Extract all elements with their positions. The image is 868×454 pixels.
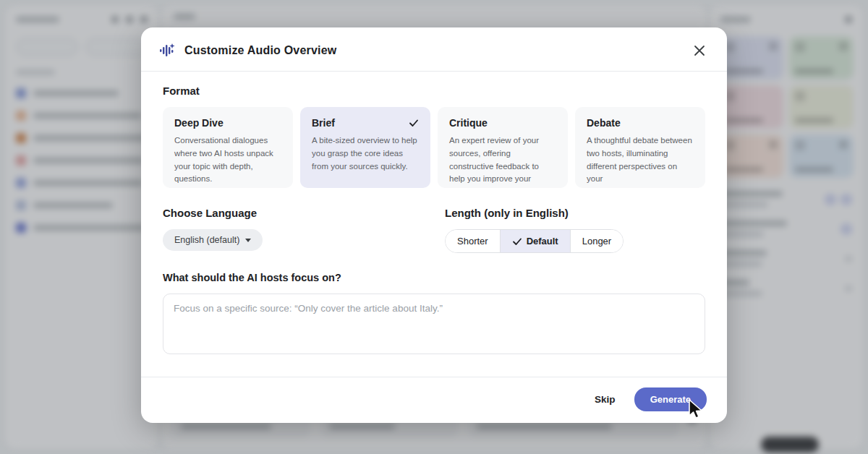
chevron-down-icon: [245, 239, 251, 242]
length-option-label: Shorter: [457, 236, 488, 247]
format-option-description: A bite-sized overview to help you grasp …: [312, 134, 419, 173]
format-option-brief[interactable]: Brief A bite-sized overview to help you …: [300, 107, 430, 188]
format-options: Deep Dive Conversational dialogues where…: [163, 107, 705, 188]
generate-button[interactable]: Generate: [634, 387, 707, 411]
check-icon: [512, 236, 522, 247]
length-option-longer[interactable]: Longer: [570, 230, 623, 252]
format-option-description: An expert review of your sources, offeri…: [449, 134, 556, 188]
focus-heading: What should the AI hosts focus on?: [163, 272, 705, 283]
length-option-label: Longer: [582, 236, 611, 247]
format-option-title: Critique: [449, 117, 488, 129]
dialog-title: Customize Audio Overview: [184, 44, 336, 57]
length-heading: Length (only in English): [445, 207, 624, 219]
format-option-title: Brief: [312, 117, 335, 129]
format-option-title: Debate: [587, 117, 621, 129]
language-select[interactable]: English (default): [163, 229, 263, 251]
length-option-default[interactable]: Default: [500, 230, 570, 252]
customize-audio-overview-dialog: Customize Audio Overview Format Deep Div…: [141, 27, 727, 423]
dialog-header: Customize Audio Overview: [141, 27, 727, 72]
format-heading: Format: [163, 85, 705, 97]
format-option-critique[interactable]: Critique An expert review of your source…: [438, 107, 568, 188]
length-option-label: Default: [527, 236, 558, 247]
close-button[interactable]: [689, 40, 710, 61]
length-segmented-control: Shorter Default Longer: [445, 229, 624, 253]
audio-waveform-sparkle-icon: [158, 42, 176, 59]
close-icon: [694, 45, 705, 56]
format-option-title: Deep Dive: [174, 117, 224, 129]
format-option-description: Conversational dialogues where two AI ho…: [174, 134, 281, 186]
format-option-deep-dive[interactable]: Deep Dive Conversational dialogues where…: [163, 107, 293, 188]
format-option-description: A thoughtful debate between two hosts, i…: [587, 134, 694, 186]
check-icon: [409, 118, 419, 128]
language-selected-value: English (default): [174, 235, 239, 245]
language-heading: Choose Language: [163, 207, 445, 219]
format-option-debate[interactable]: Debate A thoughtful debate between two h…: [575, 107, 705, 188]
dialog-footer: Skip Generate: [141, 377, 727, 423]
focus-input[interactable]: [163, 294, 705, 354]
length-option-shorter[interactable]: Shorter: [446, 230, 500, 252]
skip-button[interactable]: Skip: [595, 394, 616, 405]
